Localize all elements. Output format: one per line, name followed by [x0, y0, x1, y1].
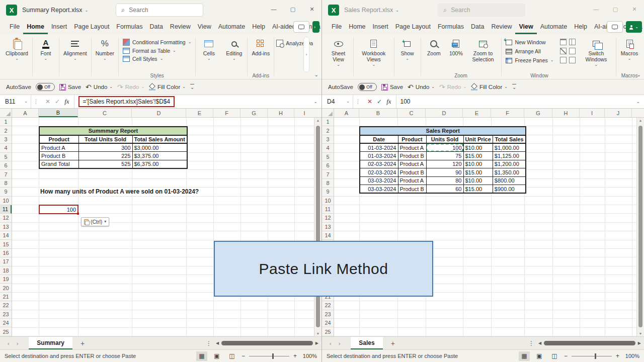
cell[interactable]: $6,375.00: [132, 160, 187, 168]
cells-button[interactable]: Cells⌄: [198, 37, 220, 62]
cell[interactable]: Product A: [39, 143, 78, 152]
cancel-icon[interactable]: ✕: [45, 98, 50, 105]
ribbon-collapse-icon[interactable]: ⌄: [637, 72, 641, 77]
redo-button[interactable]: ↷Redo⌄: [117, 83, 144, 90]
row-header[interactable]: 6: [322, 161, 334, 170]
column-header[interactable]: I: [294, 109, 314, 117]
hscrollbar-thumb[interactable]: [544, 341, 635, 345]
row-header[interactable]: 10: [322, 197, 334, 205]
row-header[interactable]: 11: [0, 205, 12, 214]
header-cell[interactable]: Total Sales: [493, 135, 526, 144]
scrollbar-thumb[interactable]: [316, 126, 320, 327]
cell[interactable]: 01-03-2024: [360, 152, 398, 160]
column-header[interactable]: H: [268, 109, 294, 117]
zoom-out-button[interactable]: −: [242, 352, 245, 359]
vertical-scrollbar[interactable]: ▲ ▼: [314, 118, 321, 336]
cell[interactable]: $1,350.00: [493, 168, 526, 177]
column-header[interactable]: D: [132, 109, 186, 117]
format-as-table-button[interactable]: Format as Table⌄: [123, 48, 191, 54]
cell[interactable]: Product B: [39, 152, 78, 160]
cell[interactable]: $1,200.00: [493, 160, 526, 168]
cell[interactable]: 300: [78, 143, 132, 152]
minimize-button[interactable]: —: [587, 0, 606, 18]
cell[interactable]: $15.00: [463, 168, 493, 177]
zoom-in-button[interactable]: +: [293, 352, 297, 359]
row-header[interactable]: 2: [322, 126, 334, 135]
maximize-button[interactable]: ▢: [283, 0, 302, 18]
font-button[interactable]: AFont⌄: [35, 37, 57, 62]
row-header[interactable]: 18: [0, 266, 12, 275]
column-header[interactable]: E: [186, 109, 213, 117]
header-cell[interactable]: Product: [39, 135, 78, 144]
header-cell[interactable]: Total Units Sold: [78, 135, 132, 144]
column-header[interactable]: C: [78, 109, 132, 117]
normal-view-button[interactable]: ▦: [519, 351, 530, 361]
cell[interactable]: $10.00: [463, 176, 493, 185]
page-layout-view-button[interactable]: ▣: [534, 351, 545, 361]
row-header[interactable]: 23: [322, 310, 334, 319]
add-sheet-button[interactable]: +: [72, 337, 93, 349]
cell[interactable]: Product A: [398, 160, 426, 168]
ribbon-tab[interactable]: Data: [467, 20, 488, 34]
row-header[interactable]: 12: [322, 214, 334, 222]
ribbon-tab[interactable]: View: [515, 20, 536, 34]
ribbon-tab[interactable]: File: [6, 20, 23, 34]
search-input[interactable]: ⌕Search: [116, 4, 203, 17]
scroll-left-icon[interactable]: ◀: [538, 341, 541, 345]
row-header[interactable]: 13: [0, 223, 12, 231]
select-all-corner[interactable]: [322, 109, 334, 117]
editing-button[interactable]: Editing⌄: [223, 37, 245, 62]
formula-bar-expand-icon[interactable]: ⌄: [313, 99, 317, 104]
hide-window-icon[interactable]: [560, 48, 567, 54]
freeze-panes-button[interactable]: Freeze Panes⌄: [505, 57, 553, 64]
cell[interactable]: Product A: [398, 176, 426, 185]
ribbon-tab[interactable]: Review: [167, 20, 194, 34]
save-button[interactable]: Save: [381, 84, 403, 90]
zoom-level[interactable]: 100%: [301, 353, 317, 359]
row-header[interactable]: 1: [322, 118, 334, 126]
enter-icon[interactable]: ✓: [377, 98, 382, 105]
header-cell[interactable]: Unit Price: [463, 135, 493, 144]
close-button[interactable]: ✕: [625, 0, 644, 18]
split-icon[interactable]: [560, 39, 567, 45]
addins-button[interactable]: Add-ins: [250, 37, 272, 57]
scroll-down-icon[interactable]: ▼: [314, 332, 321, 335]
zoom-in-button[interactable]: +: [616, 352, 619, 359]
cell[interactable]: $1,000.00: [493, 143, 526, 152]
ribbon-tab[interactable]: Insert: [48, 20, 70, 34]
ribbon-tab[interactable]: Automate: [215, 20, 249, 34]
clipboard-button[interactable]: Clipboard⌄: [4, 37, 30, 62]
cell[interactable]: 120: [426, 160, 463, 168]
header-cell[interactable]: Total Sales Amount: [132, 135, 187, 144]
close-button[interactable]: ✕: [302, 0, 321, 18]
select-all-corner[interactable]: [0, 109, 12, 117]
row-header[interactable]: 8: [0, 179, 12, 188]
zoom-to-selection-button[interactable]: Zoom to Selection: [467, 37, 499, 63]
paste-options-button[interactable]: (Ctrl)▾: [81, 217, 109, 226]
row-header[interactable]: 7: [0, 170, 12, 178]
fill-color-button[interactable]: Fill Color⌄: [471, 84, 508, 90]
column-header[interactable]: D: [426, 109, 463, 117]
row-header[interactable]: 11: [322, 205, 334, 214]
scrollbar-thumb[interactable]: [638, 126, 642, 327]
cell[interactable]: Product B: [398, 185, 426, 194]
header-cell[interactable]: Product: [398, 135, 426, 144]
ribbon-tab[interactable]: Help: [571, 20, 591, 34]
name-box[interactable]: D4⌄: [322, 95, 353, 108]
column-header[interactable]: I: [580, 109, 605, 117]
row-header[interactable]: 17: [0, 257, 12, 266]
enter-icon[interactable]: ✓: [55, 98, 60, 105]
ribbon-tab[interactable]: Automate: [537, 20, 571, 34]
scroll-right-icon[interactable]: ▶: [315, 341, 318, 345]
zoom-slider[interactable]: [572, 356, 612, 356]
row-header[interactable]: 2: [0, 126, 12, 135]
cell[interactable]: 75: [426, 152, 463, 160]
insert-function-icon[interactable]: fx: [386, 98, 391, 106]
cell[interactable]: 60: [426, 185, 463, 194]
undo-button[interactable]: ↶Undo⌄: [86, 83, 113, 90]
number-button[interactable]: %Number⌄: [94, 37, 116, 62]
add-sheet-button[interactable]: +: [383, 337, 403, 349]
row-header[interactable]: 9: [0, 188, 12, 196]
column-header[interactable]: A: [334, 109, 359, 117]
maximize-button[interactable]: ▢: [606, 0, 625, 18]
